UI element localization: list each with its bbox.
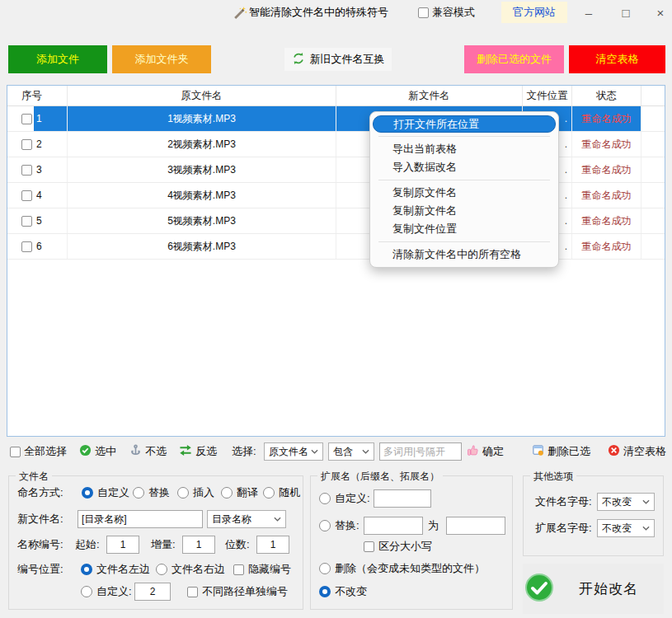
ext-case-select[interactable]: 不改变: [597, 519, 655, 537]
match-select[interactable]: 包含: [328, 442, 374, 461]
radio-number-custom[interactable]: 自定义:: [81, 584, 132, 599]
radio-icon[interactable]: [81, 586, 92, 597]
keyword-input[interactable]: [379, 442, 462, 461]
ext-replace-to-input[interactable]: [446, 517, 505, 535]
radio-number-left[interactable]: 文件名左边: [81, 562, 150, 577]
close-button[interactable]: ×: [648, 0, 672, 25]
radio-icon[interactable]: [133, 487, 144, 499]
hide-number-checkbox[interactable]: [233, 564, 244, 575]
row-checkbox[interactable]: [21, 139, 32, 150]
new-name-label: 新文件名:: [17, 512, 63, 527]
compat-mode-toggle[interactable]: 兼容模式: [418, 0, 475, 25]
step-input[interactable]: [182, 536, 215, 554]
row-checkbox[interactable]: [21, 114, 32, 124]
table-row[interactable]: 5 5视频素材.MP3 . 重命名成功: [7, 208, 665, 234]
radio-random-naming[interactable]: 随机: [263, 485, 300, 500]
radio-icon[interactable]: [177, 487, 189, 499]
radio-number-right[interactable]: 文件名右边: [156, 562, 225, 577]
row-checkbox[interactable]: [21, 165, 32, 176]
radio-insert-naming[interactable]: 插入: [177, 485, 214, 500]
col-header-status[interactable]: 状态: [572, 86, 641, 105]
check-button[interactable]: 选中: [79, 439, 116, 464]
radio-ext-delete[interactable]: 删除（会变成未知类型的文件）: [319, 561, 485, 576]
menu-item-clear-spaces[interactable]: 清除新文件名中的所有空格: [370, 246, 558, 264]
radio-icon[interactable]: [221, 487, 233, 499]
radio-icon[interactable]: [319, 493, 331, 504]
digits-input[interactable]: [256, 536, 289, 554]
custom-position-input[interactable]: [134, 583, 171, 601]
radio-custom-naming[interactable]: 自定义: [82, 485, 129, 500]
add-file-button[interactable]: 添加文件: [8, 45, 107, 73]
radio-replace-naming[interactable]: 替换: [133, 485, 170, 500]
select-all-checkbox[interactable]: [10, 447, 21, 457]
clear-icon: [608, 444, 620, 459]
compat-checkbox[interactable]: [418, 7, 429, 18]
start-rename-button[interactable]: 开始改名: [523, 564, 664, 614]
clear-table-button-2[interactable]: 清空表格: [608, 439, 666, 464]
radio-icon[interactable]: [82, 487, 93, 499]
radio-icon[interactable]: [81, 564, 92, 575]
table-row[interactable]: 1 1视频素材.MP3 . 重命名成功: [7, 106, 665, 132]
radio-icon[interactable]: [263, 487, 275, 499]
old-name-cell: 5视频素材.MP3: [68, 208, 336, 233]
menu-item-copy-old-name[interactable]: 复制原文件名: [370, 184, 558, 202]
filename-panel-title: 文件名: [16, 470, 52, 484]
title-bar: 智能清除文件名中的特殊符号 兼容模式 官方网站 – □ ×: [0, 0, 672, 25]
maximize-button[interactable]: □: [613, 0, 638, 25]
check-icon: [79, 444, 92, 459]
col-header-new-name[interactable]: 新文件名: [336, 86, 523, 105]
swap-names-button[interactable]: 新旧文件名互换: [284, 48, 392, 71]
row-checkbox[interactable]: [21, 190, 32, 201]
table-row[interactable]: 2 2视频素材.MP3 . 重命名成功: [7, 132, 665, 157]
status-cell: 重命名成功: [572, 157, 641, 182]
add-folder-button[interactable]: 添加文件夹: [112, 45, 211, 73]
official-site-button[interactable]: 官方网站: [501, 2, 567, 23]
new-name-input[interactable]: [78, 510, 203, 528]
menu-item-import-rename[interactable]: 导入数据改名: [370, 158, 558, 176]
menu-item-copy-location[interactable]: 复制文件位置: [370, 220, 558, 238]
confirm-button[interactable]: 确定: [467, 439, 504, 464]
radio-ext-keep[interactable]: 不改变: [319, 584, 367, 599]
delete-checked-button[interactable]: 删除已选: [532, 439, 590, 464]
window-title: 智能清除文件名中的特殊符号: [249, 0, 388, 25]
chevron-down-icon: [642, 499, 650, 504]
radio-translate-naming[interactable]: 翻译: [221, 485, 258, 500]
col-header-index[interactable]: 序号: [7, 86, 68, 105]
delete-selected-files-button[interactable]: 删除已选的文件: [464, 45, 564, 73]
anchor-icon: [129, 444, 142, 459]
radio-ext-replace[interactable]: 替换:: [319, 518, 359, 533]
menu-item-open-location[interactable]: 打开文件所在位置: [373, 115, 556, 133]
col-header-location[interactable]: 文件位置: [523, 86, 572, 105]
menu-item-copy-new-name[interactable]: 复制新文件名: [370, 202, 558, 220]
radio-icon[interactable]: [319, 563, 331, 574]
separate-number-toggle[interactable]: 不同路径单独编号: [187, 584, 288, 599]
table-row[interactable]: 6 6视频素材.MP3 . 重命名成功: [7, 234, 665, 260]
menu-item-export-table[interactable]: 导出当前表格: [370, 140, 558, 158]
row-checkbox[interactable]: [21, 216, 32, 227]
ext-replace-from-input[interactable]: [364, 517, 423, 535]
invert-selection-button[interactable]: 反选: [179, 439, 217, 464]
radio-icon[interactable]: [319, 520, 331, 531]
status-cell: 重命名成功: [572, 208, 641, 233]
hide-number-toggle[interactable]: 隐藏编号: [233, 562, 291, 577]
select-all-toggle[interactable]: 全部选择: [10, 439, 67, 464]
table-row[interactable]: 3 3视频素材.MP3 . 重命名成功: [7, 157, 665, 183]
separate-number-checkbox[interactable]: [187, 587, 198, 597]
name-token-select[interactable]: 目录名称: [207, 510, 286, 528]
clear-table-button[interactable]: 清空表格: [569, 45, 665, 73]
field-select[interactable]: 原文件名: [264, 442, 323, 461]
uncheck-button[interactable]: 不选: [129, 439, 167, 464]
filename-case-select[interactable]: 不改变: [597, 493, 655, 511]
start-input[interactable]: [106, 536, 139, 554]
ext-custom-input[interactable]: [374, 489, 431, 508]
old-name-cell: 2视频素材.MP3: [68, 132, 336, 157]
case-sensitive-checkbox[interactable]: [364, 541, 374, 552]
row-checkbox[interactable]: [21, 241, 32, 252]
radio-icon[interactable]: [319, 586, 331, 597]
radio-icon[interactable]: [156, 564, 167, 575]
minimize-button[interactable]: –: [576, 0, 601, 25]
radio-ext-custom[interactable]: 自定义:: [319, 491, 370, 506]
table-row[interactable]: 4 4视频素材.MP3 . 重命名成功: [7, 183, 665, 208]
col-header-old-name[interactable]: 原文件名: [68, 86, 336, 105]
case-sensitive-toggle[interactable]: 区分大小写: [364, 539, 432, 554]
